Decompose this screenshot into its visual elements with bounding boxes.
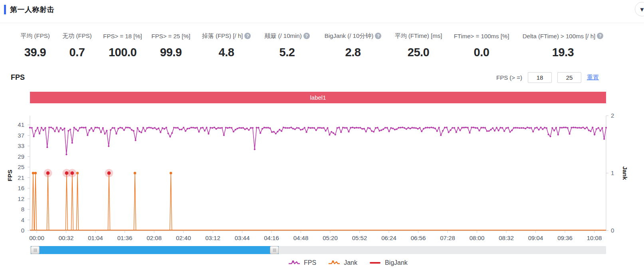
- jank-series: [30, 172, 606, 230]
- chevron-down-icon: ▼: [639, 6, 644, 13]
- svg-text:09:04: 09:04: [528, 235, 543, 241]
- annotation-banner[interactable]: label1: [30, 92, 606, 103]
- svg-text:33: 33: [18, 142, 24, 149]
- reset-link[interactable]: 重置: [587, 74, 599, 81]
- svg-text:07:28: 07:28: [440, 235, 455, 241]
- annotation-banner-label: label1: [310, 94, 326, 101]
- fps-threshold-input-1[interactable]: [528, 72, 552, 83]
- svg-text:0: 0: [611, 227, 614, 234]
- svg-text:37: 37: [18, 132, 24, 139]
- stats-row: 平均 (FPS)39.9无功 (FPS)0.7FPS> = 18 [%]100.…: [0, 32, 644, 68]
- grip-icon: [34, 248, 37, 252]
- svg-text:41: 41: [18, 121, 24, 128]
- svg-text:21: 21: [18, 174, 24, 181]
- svg-text:16: 16: [18, 185, 24, 191]
- svg-text:0: 0: [21, 227, 24, 234]
- stat-label: FTime> = 100ms [%]: [436, 32, 527, 40]
- stat-label: Delta (FTime) > 100ms [/ h]?: [517, 32, 609, 40]
- svg-text:12: 12: [18, 195, 24, 202]
- svg-text:03:44: 03:44: [235, 235, 250, 241]
- chart-canvas: 048121621252933374101200:0000:3201:0401:…: [0, 108, 644, 257]
- stat-value: 0.0: [436, 46, 527, 59]
- svg-text:8: 8: [21, 206, 24, 213]
- fps-threshold-filter: FPS (> =) 重置: [496, 72, 599, 83]
- stat-card: Delta (FTime) > 100ms [/ h]?19.3: [517, 32, 609, 59]
- svg-text:05:20: 05:20: [323, 235, 338, 241]
- header-divider: [0, 23, 644, 23]
- legend-item-jank[interactable]: Jank: [328, 259, 357, 266]
- svg-text:02:08: 02:08: [147, 235, 162, 241]
- svg-text:06:56: 06:56: [411, 235, 426, 241]
- grip-icon: [273, 248, 276, 252]
- svg-text:01:04: 01:04: [88, 235, 103, 241]
- fps-threshold-input-2[interactable]: [557, 72, 581, 83]
- svg-text:08:32: 08:32: [499, 235, 514, 241]
- fps-line-series: [29, 126, 607, 155]
- svg-text:08:00: 08:00: [470, 235, 485, 241]
- bigjank-series-icon: [369, 260, 381, 266]
- fps-jank-chart: 048121621252933374101200:0000:3201:0401:…: [0, 108, 644, 257]
- svg-text:02:40: 02:40: [176, 235, 191, 241]
- chart-zoom-scrollbar[interactable]: [30, 246, 606, 254]
- svg-text:05:52: 05:52: [352, 235, 367, 241]
- y-axis-label-jank: Jank: [622, 166, 628, 180]
- y-axis-label-fps: FPS: [6, 169, 13, 181]
- legend-label: BigJank: [385, 259, 408, 266]
- svg-text:1: 1: [611, 169, 614, 176]
- fps-filter-label: FPS (> =): [496, 74, 522, 81]
- svg-text:04:16: 04:16: [264, 235, 279, 241]
- zoom-handle-right[interactable]: [270, 246, 279, 254]
- stat-card: FTime> = 100ms [%]0.0: [436, 32, 527, 59]
- page-header: 第一人称射击: [4, 5, 54, 14]
- svg-text:29: 29: [18, 153, 24, 160]
- help-icon[interactable]: ?: [597, 33, 603, 39]
- legend-label: FPS: [304, 259, 316, 266]
- chart-zoom-selected-range[interactable]: [31, 246, 279, 254]
- svg-text:10:08: 10:08: [587, 235, 602, 241]
- performance-dashboard: { "header": { "title": "第一人称射击" }, "coll…: [0, 0, 644, 270]
- svg-text:2: 2: [611, 112, 614, 119]
- jank-series-icon: [328, 260, 340, 266]
- svg-text:04:48: 04:48: [293, 235, 309, 241]
- chart-section-title: FPS: [11, 73, 25, 82]
- svg-text:06:24: 06:24: [381, 235, 396, 241]
- svg-text:01:36: 01:36: [117, 235, 133, 241]
- page-title: 第一人称射击: [10, 5, 54, 14]
- zoom-handle-left[interactable]: [31, 246, 40, 254]
- svg-text:09:36: 09:36: [557, 235, 573, 241]
- svg-text:25: 25: [18, 164, 24, 170]
- svg-text:4: 4: [21, 217, 24, 223]
- title-accent-bar: [4, 5, 6, 14]
- legend-label: Jank: [344, 259, 357, 266]
- collapse-button[interactable]: ▼: [635, 2, 644, 16]
- svg-text:00:00: 00:00: [29, 235, 44, 241]
- svg-text:03:12: 03:12: [205, 235, 220, 241]
- chart-legend: FPSJankBigJank: [288, 259, 420, 266]
- legend-item-fps[interactable]: FPS: [288, 259, 316, 266]
- legend-item-bigjank[interactable]: BigJank: [369, 259, 408, 266]
- fps-series-icon: [288, 260, 300, 266]
- svg-text:00:32: 00:32: [59, 235, 74, 241]
- stat-value: 19.3: [517, 46, 609, 59]
